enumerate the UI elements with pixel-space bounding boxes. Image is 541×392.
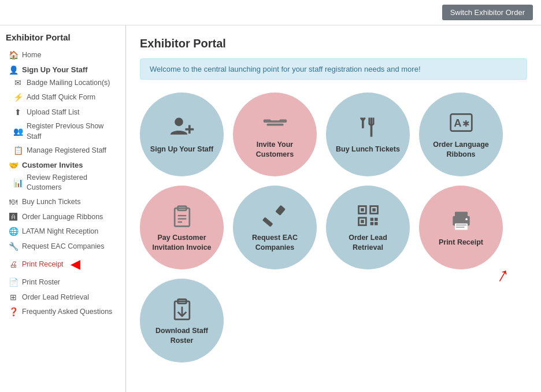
sidebar-item-request-eac[interactable]: 🔧 Request EAC Companies [6, 239, 120, 254]
sidebar-label-upload-staff: Upload Staff List [27, 108, 80, 118]
qr-code-icon [355, 203, 381, 228]
card-label-invite: Invite Your Customers [241, 140, 309, 159]
svg-rect-32 [455, 225, 466, 226]
sidebar-item-order-lang[interactable]: 🅰 Order Language Ribbons [6, 210, 120, 225]
lunch-icon: 🍽 [8, 197, 18, 208]
upload-icon: ⬆ [13, 107, 23, 119]
svg-rect-22 [361, 208, 364, 212]
svg-rect-3 [263, 120, 270, 123]
question-icon: ❓ [8, 306, 18, 318]
manage-icon: 📋 [13, 145, 23, 157]
sidebar-label-request-eac: Request EAC Companies [22, 242, 104, 252]
sidebar-item-register-prev[interactable]: 👥 Register Previous Show Staff [10, 120, 120, 143]
sidebar-label-print-receipt: Print Receipt [22, 260, 64, 270]
group-icon: 👥 [13, 126, 23, 138]
card-label-lead: Order Lead Retrieval [334, 233, 402, 252]
sidebar-label-manage-staff: Manage Registered Staff [27, 146, 106, 156]
lang-ribbon-icon: A ✱ [449, 110, 474, 135]
sidebar-item-faq[interactable]: ❓ Frequently Asked Questions [6, 305, 120, 320]
left-arrow-annotation: ◀ [71, 256, 80, 273]
customer-icon: 🤝 [8, 161, 18, 170]
utensils-icon [355, 114, 381, 140]
card-invite-customers[interactable]: Invite Your Customers [233, 93, 317, 176]
svg-rect-17 [275, 205, 286, 216]
card-label-invoice: Pay Customer Invitation Invoice [148, 233, 216, 252]
page-title: Exhibitor Portal [140, 37, 527, 50]
sidebar-label-latam: LATAM Night Reception [22, 227, 98, 237]
svg-rect-4 [279, 120, 287, 123]
card-print-receipt-wrapper: Print Receipt ↑ [419, 186, 503, 269]
svg-rect-33 [455, 227, 464, 228]
globe-icon: 🌐 [8, 226, 18, 238]
sidebar-group-customers[interactable]: 🤝 Customer Invites [6, 158, 120, 171]
svg-rect-23 [372, 208, 376, 212]
lang-icon: 🅰 [8, 212, 18, 223]
sidebar-label-home: Home [22, 50, 41, 61]
mail-icon: ✉ [13, 77, 23, 89]
svg-rect-26 [375, 218, 378, 221]
sidebar-group-staff[interactable]: 👤 Sign Up Your Staff [6, 63, 120, 76]
home-icon: 🏠 [8, 50, 18, 61]
printer-card-icon [449, 208, 474, 233]
switch-exhibitor-button[interactable]: Switch Exhibitor Order [442, 5, 533, 20]
card-print-receipt[interactable]: Print Receipt [419, 186, 503, 269]
svg-rect-28 [375, 222, 378, 225]
card-request-eac[interactable]: Request EAC Companies [233, 186, 317, 269]
card-sign-up-staff[interactable]: Sign Up Your Staff [140, 93, 224, 176]
staff-subitems: ✉ Badge Mailing Location(s) ⚡ Add Staff … [6, 76, 120, 158]
sidebar-item-badge-mailing[interactable]: ✉ Badge Mailing Location(s) [10, 76, 120, 91]
flash-icon: ⚡ [13, 92, 23, 103]
sidebar-item-manage-staff[interactable]: 📋 Manage Registered Staff [10, 143, 120, 158]
sidebar-label-badge-mailing: Badge Mailing Location(s) [27, 78, 110, 88]
wrench-icon: 🔧 [8, 241, 18, 253]
portal-grid: Sign Up Your Staff Invite Your Customers [140, 93, 503, 363]
svg-text:A: A [454, 117, 461, 130]
card-label-eac: Request EAC Companies [241, 233, 309, 252]
chart-icon: 📊 [13, 177, 23, 189]
welcome-message: Welcome to the central launching point f… [140, 58, 527, 80]
sidebar-label-buy-lunch: Buy Lunch Tickets [22, 197, 80, 208]
person-icon: 👤 [8, 65, 18, 75]
printer-icon: 🖨 [8, 259, 18, 271]
sidebar-item-buy-lunch[interactable]: 🍽 Buy Lunch Tickets [6, 195, 120, 210]
svg-rect-6 [266, 124, 283, 126]
sidebar-item-order-lead[interactable]: ⊞ Order Lead Retrieval [6, 290, 120, 305]
svg-rect-27 [370, 222, 373, 225]
clipboard-down-icon [169, 296, 195, 321]
content-area: Exhibitor Portal 🏠 Home 👤 Sign Up Your S… [0, 25, 541, 392]
sidebar: Exhibitor Portal 🏠 Home 👤 Sign Up Your S… [0, 25, 126, 392]
sidebar-item-latam[interactable]: 🌐 LATAM Night Reception [6, 224, 120, 239]
main-content: Exhibitor Portal Welcome to the central … [126, 25, 541, 392]
sidebar-item-review-customers[interactable]: 📊 Review Registered Customers [10, 171, 120, 195]
sidebar-item-print-roster[interactable]: 📄 Print Roster [6, 275, 120, 290]
sidebar-item-upload-staff[interactable]: ⬆ Upload Staff List [10, 105, 120, 120]
card-label-lang: Order Language Ribbons [427, 140, 495, 159]
card-download-roster[interactable]: Download Staff Roster [140, 279, 224, 363]
card-order-lang[interactable]: A ✱ Order Language Ribbons [419, 93, 503, 176]
sidebar-label-order-lead: Order Lead Retrieval [22, 293, 89, 303]
svg-rect-25 [370, 218, 373, 221]
right-arrow-annotation: ↑ [493, 261, 514, 287]
svg-rect-18 [262, 217, 273, 227]
svg-rect-5 [269, 121, 280, 123]
sidebar-group-staff-label: Sign Up Your Staff [22, 65, 88, 74]
card-label-print-receipt: Print Receipt [439, 238, 483, 247]
roster-icon: 📄 [8, 277, 18, 289]
sidebar-label-add-staff: Add Staff Quick Form [27, 93, 95, 103]
clipboard-invoice-icon [169, 203, 195, 228]
sidebar-item-add-staff[interactable]: ⚡ Add Staff Quick Form [10, 90, 120, 105]
sidebar-label-faq: Frequently Asked Questions [22, 307, 112, 317]
svg-point-0 [175, 118, 183, 127]
svg-rect-30 [455, 212, 468, 217]
sidebar-group-customers-label: Customer Invites [22, 161, 83, 169]
card-label-download-roster: Download Staff Roster [148, 326, 216, 345]
sidebar-item-home[interactable]: 🏠 Home [6, 48, 120, 63]
sidebar-label-review-customers: Review Registered Customers [27, 173, 117, 193]
hammer-icon [262, 203, 288, 228]
card-order-lead[interactable]: Order Lead Retrieval [326, 186, 410, 269]
svg-rect-24 [361, 220, 364, 224]
sidebar-item-print-receipt[interactable]: 🖨 Print Receipt ◀ [6, 254, 120, 275]
card-buy-lunch[interactable]: Buy Lunch Tickets [326, 93, 410, 176]
card-pay-invoice[interactable]: Pay Customer Invitation Invoice [140, 186, 224, 269]
handshake-icon [262, 110, 288, 135]
